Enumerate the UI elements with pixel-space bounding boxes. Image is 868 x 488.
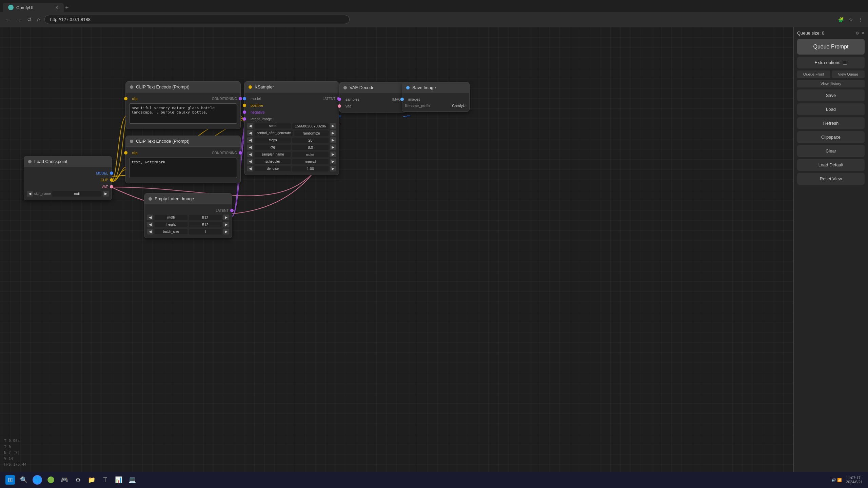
ks-ctrl-next[interactable]: ▶ xyxy=(330,130,336,136)
node-load-checkpoint[interactable]: Load Checkpoint MODEL CLIP VAE ◀ ckpt_na… xyxy=(24,156,112,200)
node-ksampler[interactable]: KSampler model LATENT positive negative … xyxy=(244,81,339,175)
tab-close-btn[interactable]: ✕ xyxy=(55,5,58,10)
ks-sched-next[interactable]: ▶ xyxy=(330,159,336,164)
latent-output-row: LATENT xyxy=(144,207,232,214)
latent-height-prev[interactable]: ◀ xyxy=(147,222,153,227)
save-btn[interactable]: Save xyxy=(797,89,865,101)
view-queue-btn[interactable]: View Queue xyxy=(832,70,865,78)
ks-seed-value: 156680208700286 xyxy=(292,123,329,129)
extensions-icon[interactable]: 🧩 xyxy=(837,16,845,24)
clip1-text-input[interactable]: beautiful scenery nature glass bottle la… xyxy=(129,103,237,124)
node-save-image-title: Save Image xyxy=(412,85,436,90)
extra-options-btn[interactable]: Extra options xyxy=(797,57,865,68)
ks-seed-prev[interactable]: ◀ xyxy=(247,123,253,129)
ks-steps-prev[interactable]: ◀ xyxy=(247,137,253,143)
close-icon[interactable]: ✕ xyxy=(861,31,865,36)
settings-icon[interactable]: ⚙ xyxy=(855,31,859,36)
latent-height-value: 512 xyxy=(189,222,222,227)
clip2-input-label: clip xyxy=(132,151,138,155)
node-ksampler-body: model LATENT positive negative latent_im… xyxy=(244,93,339,175)
settings-icon[interactable]: ⋮ xyxy=(856,16,864,24)
ks-sampler-next[interactable]: ▶ xyxy=(330,151,336,157)
latent-height-label: height xyxy=(155,222,188,227)
node-ksampler-title: KSampler xyxy=(255,84,274,89)
extra-options-checkbox[interactable] xyxy=(843,61,847,65)
tab-bar: ComfyUI ✕ + xyxy=(0,0,868,12)
node-clip-text-1[interactable]: CLIP Text Encode (Prompt) clip CONDITION… xyxy=(125,81,241,129)
ks-sampler-label: sampler_name xyxy=(255,152,291,157)
latent-batch-prev[interactable]: ◀ xyxy=(147,229,153,235)
ks-latent-input-label: latent_image xyxy=(251,117,272,121)
taskbar-icon-5[interactable]: T xyxy=(100,475,110,485)
ks-negative-label: negative xyxy=(251,110,265,114)
clip2-output-dot xyxy=(239,151,242,155)
latent-batch-next[interactable]: ▶ xyxy=(223,229,229,235)
address-bar[interactable] xyxy=(44,15,350,24)
node-load-checkpoint-body: MODEL CLIP VAE ◀ ckpt_name null ▶ xyxy=(24,167,112,200)
taskbar-icon-1[interactable]: 🟢 xyxy=(46,475,56,485)
node-save-image-header: Save Image xyxy=(402,82,469,93)
clear-btn[interactable]: Clear xyxy=(797,145,865,157)
taskbar-icon-7[interactable]: 💻 xyxy=(127,475,137,485)
node-clip-1-title: CLIP Text Encode (Prompt) xyxy=(136,84,190,89)
queue-front-btn[interactable]: Queue Front xyxy=(797,70,830,78)
bookmark-icon[interactable]: ☆ xyxy=(847,16,854,24)
load-btn[interactable]: Load xyxy=(797,103,865,115)
reload-btn[interactable]: ↺ xyxy=(26,15,33,24)
ckpt-prev-btn[interactable]: ◀ xyxy=(27,191,33,197)
clipspace-btn[interactable]: Clipspace xyxy=(797,131,865,143)
ks-sampler-prev[interactable]: ◀ xyxy=(247,151,253,157)
ks-cfg-row: ◀ cfg 8.0 ▶ xyxy=(244,144,339,151)
node-vae-decode[interactable]: VAE Decode samples IMAGE vae xyxy=(339,82,407,113)
ckpt-next-btn[interactable]: ▶ xyxy=(103,191,109,197)
node-save-image[interactable]: Save Image images filename_prefix ComfyU… xyxy=(402,82,470,112)
node-empty-latent[interactable]: Empty Latent Image LATENT ◀ width 512 ▶ … xyxy=(144,193,232,238)
reset-view-btn[interactable]: Reset View xyxy=(797,173,865,185)
new-tab-btn[interactable]: + xyxy=(65,4,69,11)
refresh-btn[interactable]: Refresh xyxy=(797,117,865,129)
ks-sched-prev[interactable]: ◀ xyxy=(247,159,253,164)
stats-overlay: T 0.00s I 0 N 7 [7] V 14 FPS:175.44 xyxy=(4,438,26,468)
active-tab[interactable]: ComfyUI ✕ xyxy=(3,3,64,12)
ks-ctrl-value: randomize xyxy=(294,130,329,136)
load-default-btn[interactable]: Load Default xyxy=(797,159,865,171)
latent-width-next[interactable]: ▶ xyxy=(223,215,229,220)
node-vae-decode-body: samples IMAGE vae xyxy=(339,93,407,112)
stat-fps: FPS:175.44 xyxy=(4,462,26,468)
queue-sub-btns: Queue Front View Queue xyxy=(797,70,865,78)
taskbar: ⊞ 🔍 🌐 🟢 🎮 ⚙ 📁 T 📊 💻 🔊 📶 11:07:17 2024/6/… xyxy=(0,472,868,488)
view-history-btn[interactable]: View History xyxy=(797,80,865,87)
latent-height-next[interactable]: ▶ xyxy=(223,222,229,227)
ks-denoise-prev[interactable]: ◀ xyxy=(247,166,253,171)
node-canvas[interactable]: Load Checkpoint MODEL CLIP VAE ◀ ckpt_na… xyxy=(0,27,868,472)
ks-ctrl-prev[interactable]: ◀ xyxy=(247,130,253,136)
ks-steps-next[interactable]: ▶ xyxy=(330,137,336,143)
taskbar-icon-2[interactable]: 🎮 xyxy=(60,475,69,485)
latent-height-row: ◀ height 512 ▶ xyxy=(144,221,232,228)
node-dot-2 xyxy=(130,140,133,143)
start-btn[interactable]: ⊞ xyxy=(5,475,15,485)
back-btn[interactable]: ← xyxy=(4,15,12,24)
clip2-text-input[interactable]: text, watermark xyxy=(129,158,237,178)
ks-denoise-next[interactable]: ▶ xyxy=(330,166,336,171)
ks-sampler-value: euler xyxy=(292,152,329,157)
node-clip-text-2[interactable]: CLIP Text Encode (Prompt) clip CONDITION… xyxy=(125,136,241,183)
latent-width-prev[interactable]: ◀ xyxy=(147,215,153,220)
latent-batch-row: ◀ batch_size 1 ▶ xyxy=(144,228,232,235)
ks-seed-next[interactable]: ▶ xyxy=(330,123,336,129)
ks-cfg-prev[interactable]: ◀ xyxy=(247,144,253,150)
queue-prompt-btn[interactable]: Queue Prompt xyxy=(797,39,865,55)
ks-model-dot xyxy=(243,97,246,100)
taskbar-icon-6[interactable]: 📊 xyxy=(114,475,123,485)
node-load-checkpoint-title: Load Checkpoint xyxy=(34,159,67,164)
taskbar-icon-3[interactable]: ⚙ xyxy=(73,475,83,485)
taskbar-right: 🔊 📶 11:07:17 2024/6/21 xyxy=(831,476,863,484)
stat-t: T 0.00s xyxy=(4,438,26,444)
save-images-label: images xyxy=(408,97,420,101)
taskbar-icon-4[interactable]: 📁 xyxy=(87,475,96,485)
search-btn[interactable]: 🔍 xyxy=(19,475,28,485)
home-btn[interactable]: ⌂ xyxy=(36,15,42,24)
ks-cfg-next[interactable]: ▶ xyxy=(330,144,336,150)
chrome-btn[interactable]: 🌐 xyxy=(33,475,42,485)
forward-btn[interactable]: → xyxy=(15,15,23,24)
